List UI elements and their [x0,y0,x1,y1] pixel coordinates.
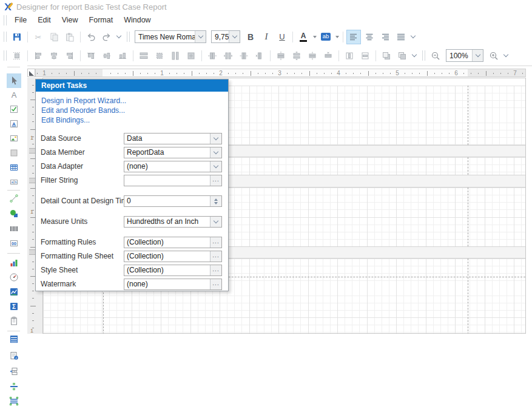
font-color-button[interactable]: A [296,30,311,44]
formatting-rules-ellipsis-button[interactable]: ... [210,237,221,248]
highlight-button[interactable]: ab [318,30,333,44]
center-horizontally-button[interactable] [342,49,357,63]
zoom-out-button[interactable] [428,49,443,63]
report-tasks-link-3[interactable]: Edit Bindings... [41,116,90,124]
toolbox-item-gauge[interactable] [7,270,21,285]
data-source-dropdown-button[interactable] [210,134,221,144]
align-to-grid-button[interactable] [10,49,24,63]
h-spacing-decrease-button[interactable] [237,49,251,63]
toolbox-item-subreport[interactable]: i [7,348,21,363]
align-right-button[interactable] [378,30,392,44]
report-tasks-link-2[interactable]: Edit and Reorder Bands... [41,106,125,115]
formatting-rule-sheet-ellipsis-button[interactable]: ... [210,251,221,262]
center-vertically-button[interactable] [358,49,372,63]
toolbox-item-rich-text[interactable]: A [7,117,21,131]
italic-button[interactable]: I [259,30,274,44]
toolbox-item-clipboard[interactable] [7,314,21,328]
font-color-dropdown[interactable] [311,30,318,44]
align-centers-button[interactable] [47,49,61,63]
copy-button[interactable] [47,30,61,44]
toolbox-item-panel[interactable] [7,146,21,160]
toolbox-item-pointer[interactable] [7,73,21,88]
align-center-button[interactable] [362,30,377,44]
toolbox-item-sparkline[interactable] [7,285,21,299]
zoom-in-button[interactable] [487,49,501,63]
highlight-dropdown[interactable] [334,30,340,44]
watermark-editor[interactable]: (none)... [124,279,222,290]
send-to-back-button[interactable] [395,49,409,63]
undo-redo-dropdown[interactable] [115,30,123,44]
menu-view[interactable]: View [56,13,84,27]
align-left-button[interactable] [346,30,361,44]
data-adapter-editor[interactable]: (none) [124,161,222,172]
zoom-combo[interactable]: 100% [446,49,483,62]
toolbox-item-pivot-grid[interactable]: Σ [7,299,21,314]
toolbox-item-cross-band-box[interactable] [7,394,21,408]
toolbox-item-line[interactable] [7,191,21,206]
watermark-ellipsis-button[interactable]: ... [210,279,221,289]
align-bottoms-button[interactable] [115,49,130,63]
smart-tag-corner-button[interactable] [27,69,35,77]
paste-button[interactable] [62,30,77,44]
bring-to-front-button[interactable] [379,49,394,63]
h-spacing-increase-button[interactable] [221,49,235,63]
font-size-combo-dropdown-button[interactable] [229,31,240,42]
menu-file[interactable]: File [9,13,32,27]
toolbox-item-table-of-contents[interactable] [7,332,21,346]
detail-count-at-design-time-spinner[interactable] [210,196,221,206]
data-member-editor[interactable]: ReportData [124,147,222,158]
formatting-rules-editor[interactable]: (Collection)... [124,237,222,248]
toolbox-item-check-box[interactable] [7,102,21,117]
menu-window[interactable]: Window [118,13,156,27]
v-spacing-decrease-button[interactable] [305,49,320,63]
undo-button[interactable] [84,30,98,44]
toolbox-item-table[interactable] [7,160,21,175]
toolbox-item-label[interactable]: A [7,87,21,102]
zoom-dropdown[interactable] [502,49,510,63]
h-spacing-equal-button[interactable] [205,49,220,63]
align-rights-button[interactable] [62,49,77,63]
toolbox-item-picture-box[interactable] [7,131,21,146]
alignment-dropdown[interactable] [409,30,417,44]
report-tasks-link-1[interactable]: Design in Report Wizard... [41,96,126,105]
bold-button[interactable]: B [243,30,258,44]
toolbox-item-shape[interactable] [7,206,21,221]
underline-button[interactable]: U [275,30,289,44]
make-same-height-button[interactable] [168,49,183,63]
save-button[interactable] [10,30,24,44]
v-spacing-equal-button[interactable] [274,49,288,63]
align-middles-button[interactable] [99,49,114,63]
font-size-combo[interactable]: 9,75 [211,30,240,43]
toolbox-item-chart[interactable] [7,255,21,270]
toolbox-item-barcode[interactable] [7,221,21,236]
size-to-grid-button[interactable] [152,49,167,63]
measure-units-dropdown-button[interactable] [210,217,221,227]
order-dropdown[interactable] [410,49,419,63]
v-spacing-increase-button[interactable] [289,49,304,63]
style-sheet-editor[interactable]: (Collection)... [124,265,222,276]
data-source-editor[interactable]: Data [124,133,222,144]
v-spacing-remove-button[interactable] [321,49,335,63]
menu-format[interactable]: Format [84,13,119,27]
cut-button[interactable]: ✂ [31,30,45,44]
zoom-combo-dropdown-button[interactable] [472,50,483,61]
toolbox-item-cross-band-line[interactable] [7,379,21,394]
font-name-combo-dropdown-button[interactable] [195,31,206,42]
align-lefts-button[interactable] [31,49,45,63]
h-spacing-remove-button[interactable] [252,49,267,63]
data-member-dropdown-button[interactable] [210,147,221,158]
filter-string-editor[interactable]: ... [124,175,222,186]
align-tops-button[interactable] [84,49,98,63]
make-same-size-button[interactable] [184,49,198,63]
measure-units-editor[interactable]: Hundredths of an Inch [124,216,222,228]
menu-edit[interactable]: Edit [32,13,56,27]
redo-button[interactable] [99,30,114,44]
detail-count-at-design-time-editor[interactable]: 0 [124,195,222,207]
font-name-combo[interactable]: Times New Roman [135,30,206,43]
filter-string-ellipsis-button[interactable]: ... [210,175,221,186]
justify-button[interactable] [394,30,408,44]
formatting-rule-sheet-editor[interactable]: (Collection)... [124,251,222,262]
make-same-width-button[interactable] [136,49,151,63]
data-adapter-dropdown-button[interactable] [210,161,221,172]
toolbox-item-page-info[interactable]: 00 [7,236,21,251]
